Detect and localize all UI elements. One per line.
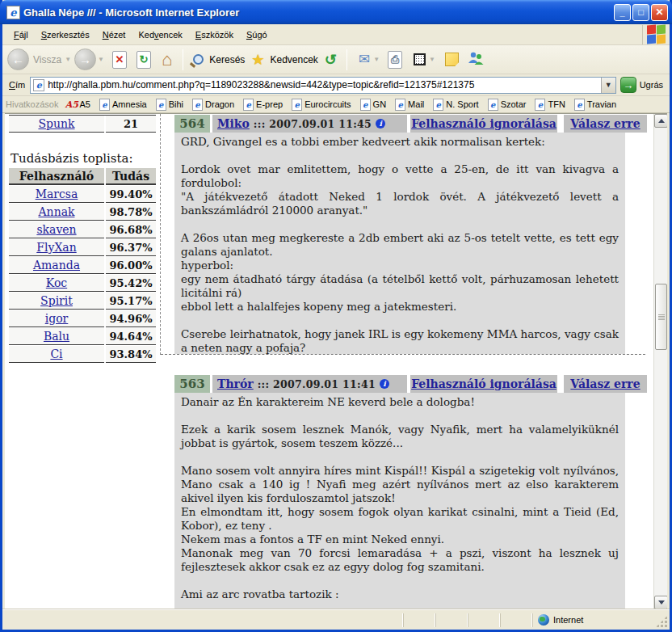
knowledge-value: 99.40% xyxy=(106,186,156,203)
user-link[interactable]: Marcsa xyxy=(36,187,78,200)
user-link[interactable]: Annak xyxy=(39,205,75,218)
user-link[interactable]: Spirit xyxy=(40,294,73,307)
go-button[interactable]: → Ugrás xyxy=(620,77,666,93)
user-link[interactable]: Ci xyxy=(50,348,62,360)
refresh-icon[interactable]: ↻ xyxy=(136,51,151,69)
user-link[interactable]: skaven xyxy=(36,223,76,236)
favorites-label[interactable]: Kedvencek xyxy=(270,54,317,65)
edit-dropdown-icon[interactable]: ▼ xyxy=(429,56,435,63)
menu-favorites[interactable]: Kedvencek xyxy=(132,27,188,42)
info-icon[interactable]: i xyxy=(376,119,385,129)
user-link[interactable]: Amanda xyxy=(33,259,80,272)
post-author-link[interactable]: Thrór xyxy=(217,377,254,390)
user-link-spunk[interactable]: Spunk xyxy=(38,117,74,130)
back-dropdown-icon[interactable]: ▼ xyxy=(65,56,71,63)
table-row: Koc95.42% xyxy=(9,275,156,292)
close-button[interactable]: ✕ xyxy=(651,4,668,21)
link-tfn[interactable]: eTFN xyxy=(535,99,565,111)
scroll-down-icon[interactable] xyxy=(654,596,667,609)
ignore-user-link[interactable]: Felhasználó ignorálása xyxy=(411,117,556,130)
address-label: Cím xyxy=(9,80,25,90)
address-url[interactable]: http://ghalla.pbm.hu/comment.php?q=11890… xyxy=(48,79,600,91)
reply-link[interactable]: Válasz erre xyxy=(570,377,640,390)
knowledge-value: 95.17% xyxy=(106,293,156,310)
vertical-scrollbar[interactable] xyxy=(653,114,667,609)
address-input[interactable]: e http://ghalla.pbm.hu/comment.php?q=118… xyxy=(30,77,615,94)
link-mail[interactable]: eMail xyxy=(395,99,424,111)
maximize-button[interactable]: □ xyxy=(632,4,649,21)
link-eurocircuits[interactable]: eEurocircuits xyxy=(292,99,351,111)
resize-grip[interactable] xyxy=(655,615,668,628)
title-bar[interactable]: e Ghalla Népe /// - Microsoft Internet E… xyxy=(0,0,672,24)
knowledge-value: 96.68% xyxy=(106,221,156,238)
info-icon[interactable]: i xyxy=(380,379,389,389)
edit-icon[interactable] xyxy=(414,53,426,65)
link-dragon[interactable]: eDragon xyxy=(192,99,234,111)
history-icon[interactable]: ↺ xyxy=(325,51,337,69)
post-author-link[interactable]: Miko xyxy=(217,117,250,130)
post-body-563: Danair az Én karaktereim NE keverd bele … xyxy=(174,393,625,609)
a5-favicon: A5 xyxy=(66,99,77,111)
link-travian[interactable]: eTravian xyxy=(574,99,616,111)
back-icon[interactable]: ← xyxy=(7,48,29,70)
links-bar-label: Hivatkozások xyxy=(6,99,58,109)
internet-globe-icon xyxy=(538,614,549,626)
forward-dropdown-icon[interactable]: ▼ xyxy=(98,56,104,63)
user-link[interactable]: igor xyxy=(45,312,69,325)
link-szotar[interactable]: eSzotar xyxy=(488,99,527,111)
menu-tools[interactable]: Eszközök xyxy=(189,27,240,42)
scrollbar-thumb[interactable] xyxy=(655,284,667,350)
link-eprep[interactable]: eE-prep xyxy=(243,99,283,111)
knowledge-value: 94.96% xyxy=(106,310,156,327)
status-bar: Internet xyxy=(2,609,670,630)
print-icon[interactable]: ⎙ xyxy=(388,51,402,69)
user-link[interactable]: Koc xyxy=(46,276,67,289)
favorites-icon[interactable]: ★ xyxy=(251,51,264,69)
toplist-title: Tudásbázis toplista: xyxy=(10,151,133,166)
toolbar-separator xyxy=(346,49,347,70)
forward-icon[interactable]: → xyxy=(74,48,96,70)
posts-column: 564 Miko ::: 2007.09.01 11:45 i Felhaszn… xyxy=(174,114,647,609)
minimize-button[interactable]: _ xyxy=(614,4,631,21)
link-nsport[interactable]: eN. Sport xyxy=(433,99,478,111)
ie-favicon: e xyxy=(292,99,302,111)
post-paragraph: Mano sosem volt annyira híres mint Kispá… xyxy=(181,464,619,505)
user-value: 21 xyxy=(106,116,156,133)
menu-view[interactable]: Nézet xyxy=(96,27,132,42)
knowledge-value: 96.00% xyxy=(106,257,156,274)
ie-favicon: e xyxy=(360,99,371,111)
discuss-icon[interactable] xyxy=(445,53,459,66)
go-arrow-icon[interactable]: → xyxy=(620,77,636,93)
messenger-icon[interactable] xyxy=(467,50,485,69)
link-amnesia[interactable]: eAmnesia xyxy=(99,99,147,111)
menu-help[interactable]: Súgó xyxy=(240,27,274,42)
table-row: Annak98.78% xyxy=(9,204,156,221)
address-dropdown-icon[interactable]: ▼ xyxy=(601,78,615,93)
search-label[interactable]: Keresés xyxy=(209,54,245,65)
scroll-up-icon[interactable] xyxy=(654,114,667,128)
menu-file[interactable]: Fájl xyxy=(7,27,35,42)
table-row: Marcsa99.40% xyxy=(9,186,156,203)
back-label[interactable]: Vissza xyxy=(33,54,61,65)
post-paragraph: Nekem mas a fontos a TF en mint Neked en… xyxy=(181,533,619,546)
search-icon[interactable] xyxy=(193,54,204,65)
menu-edit[interactable]: Szerkesztés xyxy=(35,27,96,42)
ie-favicon: e xyxy=(574,99,585,111)
ignore-user-link[interactable]: Felhasználó ignorálása xyxy=(411,377,556,390)
link-gn[interactable]: eGN xyxy=(360,99,387,111)
link-a5[interactable]: A5A5 xyxy=(66,99,90,111)
reply-link[interactable]: Válasz erre xyxy=(570,117,640,130)
address-bar: Cím e http://ghalla.pbm.hu/comment.php?q… xyxy=(2,74,670,96)
ie-favicon: e xyxy=(99,99,110,111)
link-bihi[interactable]: eBihi xyxy=(156,99,183,111)
post-paragraph: Manonak meg van 70 forcsi lemaradása + a… xyxy=(181,546,619,574)
user-link[interactable]: Balu xyxy=(44,330,69,343)
user-link[interactable]: FlyXan xyxy=(36,241,76,254)
mail-icon[interactable]: ✉ xyxy=(359,51,370,68)
table-row: Spunk 21 xyxy=(9,115,156,133)
table-row: Amanda96.00% xyxy=(9,257,156,274)
stop-icon[interactable]: ✕ xyxy=(112,51,127,69)
home-icon[interactable]: ⌂ xyxy=(162,49,172,70)
post-number: 563 xyxy=(174,375,210,393)
mail-dropdown-icon[interactable]: ▼ xyxy=(373,56,380,63)
